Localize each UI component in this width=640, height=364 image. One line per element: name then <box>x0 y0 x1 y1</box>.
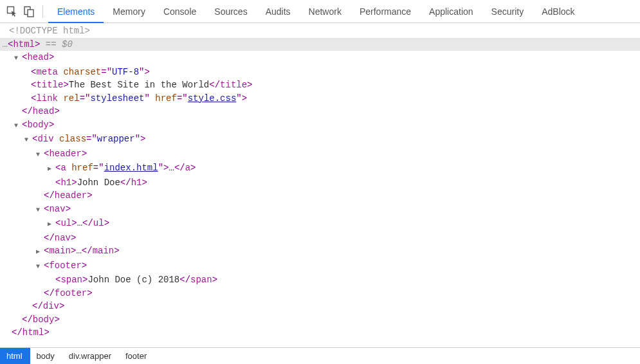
caret-right-icon[interactable]: ▶ <box>36 246 42 259</box>
dom-line-doctype[interactable]: <!DOCTYPE html> <box>0 24 640 38</box>
toolbar: Elements Memory Console Sources Audits N… <box>0 0 640 23</box>
tab-network[interactable]: Network <box>300 0 351 23</box>
breadcrumb: html body div.wrapper footer <box>0 347 640 364</box>
dom-line-meta[interactable]: <meta charset="UTF-8"> <box>0 66 640 79</box>
tab-audits[interactable]: Audits <box>257 0 300 23</box>
caret-down-icon[interactable]: ▼ <box>14 120 21 133</box>
dom-line-main[interactable]: ▶<main>…</main> <box>0 244 640 259</box>
tab-memory[interactable]: Memory <box>104 0 154 23</box>
tab-elements[interactable]: Elements <box>48 0 104 23</box>
tab-console[interactable]: Console <box>154 0 205 23</box>
dom-line-div-close[interactable]: </div> <box>0 300 640 313</box>
dom-line-h1[interactable]: <h1>John Doe</h1> <box>0 176 640 190</box>
caret-down-icon[interactable]: ▼ <box>36 149 42 162</box>
crumb-div-wrapper[interactable]: div.wrapper <box>62 348 119 364</box>
caret-right-icon[interactable]: ▶ <box>48 163 54 176</box>
caret-down-icon[interactable]: ▼ <box>14 52 21 66</box>
dom-line-body-close[interactable]: </body> <box>0 313 640 327</box>
dom-tree[interactable]: <!DOCTYPE html> …<html> == $0 ▼<head> <m… <box>0 23 640 347</box>
crumb-body[interactable]: body <box>30 348 62 364</box>
dom-line-div-open[interactable]: ▼<div class="wrapper"> <box>0 132 640 147</box>
dom-line-ul[interactable]: ▶<ul>…</ul> <box>0 217 640 232</box>
dom-line-html-open[interactable]: …<html> == $0 <box>0 38 640 51</box>
caret-down-icon[interactable]: ▼ <box>36 204 42 217</box>
dom-line-nav-open[interactable]: ▼<nav> <box>0 203 640 217</box>
dom-line-head-open[interactable]: ▼<head> <box>0 51 640 66</box>
caret-right-icon[interactable]: ▶ <box>48 218 54 232</box>
dom-line-title[interactable]: <title>The Best Site in the World</title… <box>0 78 640 92</box>
tab-sources[interactable]: Sources <box>205 0 256 23</box>
caret-down-icon[interactable]: ▼ <box>24 134 31 147</box>
dom-line-nav-close[interactable]: </nav> <box>0 232 640 245</box>
tab-application[interactable]: Application <box>420 0 482 23</box>
tab-adblock[interactable]: AdBlock <box>533 0 583 23</box>
caret-down-icon[interactable]: ▼ <box>36 260 42 274</box>
dom-line-html-close[interactable]: </html> <box>0 326 640 340</box>
crumb-footer[interactable]: footer <box>119 348 154 364</box>
tab-performance[interactable]: Performance <box>351 0 420 23</box>
dom-line-header-close[interactable]: </header> <box>0 189 640 203</box>
crumb-html[interactable]: html <box>0 348 30 364</box>
panel-tabs: Elements Memory Console Sources Audits N… <box>48 0 584 23</box>
dom-line-footer-open[interactable]: ▼<footer> <box>0 259 640 274</box>
dom-line-a[interactable]: ▶<a href="index.html">…</a> <box>0 161 640 176</box>
tab-security[interactable]: Security <box>482 0 533 23</box>
dom-line-footer-close[interactable]: </footer> <box>0 287 640 300</box>
dom-line-link[interactable]: <link rel="stylesheet" href="style.css"> <box>0 92 640 105</box>
dom-line-header-open[interactable]: ▼<header> <box>0 147 640 162</box>
toolbar-separator <box>42 5 43 18</box>
select-element-icon[interactable] <box>5 5 19 19</box>
dom-line-span[interactable]: <span>John Doe (c) 2018</span> <box>0 273 640 287</box>
device-toolbar-icon[interactable] <box>22 5 36 19</box>
svg-rect-2 <box>28 10 33 17</box>
dom-line-body-open[interactable]: ▼<body> <box>0 118 640 133</box>
dom-line-head-close[interactable]: </head> <box>0 105 640 118</box>
